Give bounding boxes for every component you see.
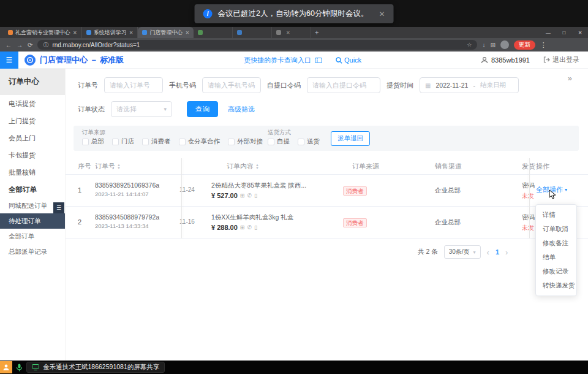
sort-desc-icon[interactable]: ▼ xyxy=(117,167,121,170)
page-size-value: 30条/页 xyxy=(449,248,470,256)
page-size-select[interactable]: 30条/页 ▾ xyxy=(444,245,481,259)
sidebar-subitem-pending-orders[interactable]: 待处理订单 xyxy=(0,213,65,229)
all-actions-dropdown[interactable]: 全部操作 ▾ xyxy=(536,185,567,194)
order-source-options: 总部 门店 消费者 仓分享合作 外部对接 xyxy=(82,137,263,146)
browser-tab-3-active[interactable]: 门店管理中心 ✕ xyxy=(138,27,194,38)
order-status-select[interactable]: 请选择 ▾ xyxy=(111,101,172,117)
table-row[interactable]: 2 83859345088979792a 2023-11-13 14:33:34… xyxy=(66,207,588,239)
browser-tab-strip: 礼盒营销专业管理中心 ✕ 系统培训学习 ✕ 门店管理中心 ✕ ✕ + — xyxy=(0,27,588,38)
pickup-date-range[interactable]: ▦ 2022-11-21 - 结束日期 xyxy=(420,77,519,93)
order-no-input[interactable] xyxy=(104,77,163,93)
tab-close-icon[interactable]: ✕ xyxy=(129,30,134,36)
menu-item-edit-note[interactable]: 修改备注 xyxy=(536,236,576,250)
sidebar-item-phone-pickup[interactable]: 电话提货 xyxy=(0,95,65,112)
checkbox-hq[interactable]: 总部 xyxy=(82,137,104,146)
download-icon[interactable]: ↓ xyxy=(482,42,485,48)
extensions-icon[interactable]: ⊞ xyxy=(490,42,495,48)
header-order-content[interactable]: 订单内容 ▲▼ xyxy=(227,158,259,175)
checkbox-warehouse-share[interactable]: 仓分享合作 xyxy=(179,137,221,146)
browser-tab-1[interactable]: 礼盒营销专业管理中心 ✕ xyxy=(4,27,82,38)
tab-close-icon[interactable]: ✕ xyxy=(73,30,77,36)
site-info-icon[interactable]: ⓘ xyxy=(43,41,48,49)
browser-profile-avatar[interactable] xyxy=(500,40,509,49)
coupon-query-link[interactable]: 更快捷的券卡查询入口 xyxy=(244,56,311,65)
dispatch-return-button[interactable]: 派单退回 xyxy=(331,131,370,146)
advanced-filter-link[interactable]: 高级筛选 xyxy=(228,105,255,114)
sidebar-collapse-toggle[interactable]: ☰ xyxy=(53,202,64,213)
browser-update-button[interactable]: 更新 xyxy=(514,40,535,50)
checkbox-external[interactable]: 外部对接 xyxy=(228,137,263,146)
browser-menu-icon[interactable]: ⋮ xyxy=(540,41,547,49)
checkbox-consumer[interactable]: 消费者 xyxy=(142,137,171,146)
address-bar[interactable]: ⓘ rnd.maboy.cn/AllOrder?status=1 ☆ xyxy=(37,40,477,50)
forward-icon[interactable]: → xyxy=(17,42,23,48)
phone-input[interactable] xyxy=(202,77,261,93)
browser-tab-6[interactable]: ✕ xyxy=(272,27,311,38)
checkbox-icon[interactable] xyxy=(228,139,235,145)
tab-favicon xyxy=(276,30,281,35)
menu-item-cancel-order[interactable]: 订单取消 xyxy=(536,222,576,236)
window-minimize-button[interactable]: — xyxy=(540,27,556,38)
shipping-line-2: 未发 xyxy=(522,192,535,200)
toast-close-icon[interactable]: ✕ xyxy=(379,10,385,18)
tab-favicon xyxy=(8,30,13,35)
checkbox-icon[interactable] xyxy=(82,139,89,145)
date-start-value[interactable]: 2022-11-21 xyxy=(435,82,468,89)
screen-share-chip[interactable]: 金禾通技术王斌18662591081的屏幕共享 xyxy=(26,362,165,373)
sidebar-group-all-orders[interactable]: 全部订单 xyxy=(0,181,65,198)
menu-item-close-order[interactable]: 结单 xyxy=(536,250,576,264)
prev-page-button[interactable]: ‹ xyxy=(487,248,489,257)
browser-tab-5[interactable] xyxy=(233,27,272,38)
tab-close-icon[interactable]: ✕ xyxy=(185,30,189,36)
sidebar-subitem-all-orders[interactable]: 全部订单 xyxy=(0,229,65,244)
order-source-panel: 订单来源 送货方式 总部 门店 消费者 仓分享合作 外部对接 自提 送货 派单退… xyxy=(74,126,579,151)
browser-tab-4[interactable] xyxy=(194,27,233,38)
url-text[interactable]: rnd.maboy.cn/AllOrder?status=1 xyxy=(52,42,140,48)
sidebar: 订单中心 电话提货 上门提货 会员上门 卡包提货 批量核销 全部订单 同城配送订… xyxy=(0,69,66,361)
window-close-button[interactable]: ✕ xyxy=(572,27,588,38)
new-tab-button[interactable]: + xyxy=(311,27,322,38)
back-icon[interactable]: ← xyxy=(6,42,12,48)
checkbox-icon[interactable] xyxy=(298,139,304,145)
pickup-code-input[interactable] xyxy=(307,77,380,93)
table-row[interactable]: 1 83859389251069376a 2023-11-21 14:14:07… xyxy=(66,175,588,207)
quick-search[interactable]: Quick xyxy=(336,56,361,64)
browser-tab-2[interactable]: 系统培训学习 ✕ xyxy=(82,27,138,38)
panel-collapse-icon[interactable]: » xyxy=(568,74,572,83)
order-source-label: 订单来源 xyxy=(82,129,105,137)
page-number-1[interactable]: 1 xyxy=(496,248,499,256)
logout-button[interactable]: 退出登录 xyxy=(543,55,579,64)
search-button[interactable]: 查询 xyxy=(187,101,218,117)
sidebar-item-member-visit[interactable]: 会员上门 xyxy=(0,129,65,147)
checkbox-self-pickup[interactable]: 自提 xyxy=(268,137,290,146)
checkbox-icon[interactable] xyxy=(112,139,119,145)
delivery-method-options: 自提 送货 xyxy=(268,137,320,146)
sort-icons[interactable]: ▲▼ xyxy=(117,164,121,170)
tab-close-icon[interactable]: ✕ xyxy=(286,30,290,36)
sidebar-item-card-pickup[interactable]: 卡包提货 xyxy=(0,147,65,164)
menu-item-edit-history[interactable]: 修改记录 xyxy=(536,264,576,278)
checkbox-icon[interactable] xyxy=(268,139,274,145)
next-page-button[interactable]: › xyxy=(505,248,508,257)
checkbox-icon[interactable] xyxy=(142,139,149,145)
app-menu-toggle[interactable]: ☰ xyxy=(0,52,18,69)
header-order-no[interactable]: 订单号 ▲▼ xyxy=(95,158,121,175)
sidebar-subitem-hq-dispatch-log[interactable]: 总部派单记录 xyxy=(0,244,65,259)
checkbox-store[interactable]: 门店 xyxy=(112,137,134,146)
sort-icons[interactable]: ▲▼ xyxy=(255,164,259,170)
reload-icon[interactable]: ⟳ xyxy=(28,42,32,48)
checkbox-delivery[interactable]: 送货 xyxy=(298,137,320,146)
bookmark-star-icon[interactable]: ☆ xyxy=(467,42,472,48)
menu-item-express-ship[interactable]: 转快递发货 xyxy=(536,278,576,292)
checkbox-icon[interactable] xyxy=(179,139,186,145)
sidebar-item-door-pickup[interactable]: 上门提货 xyxy=(0,112,65,129)
menu-item-detail[interactable]: 详情 xyxy=(536,208,576,222)
order-time: 2023-11-13 14:33:34 xyxy=(95,223,159,229)
header-sales-channel: 销售渠道 xyxy=(435,158,462,175)
sort-desc-icon[interactable]: ▼ xyxy=(255,167,259,170)
actions-context-menu: 详情 订单取消 修改备注 结单 修改记录 转快递发货 xyxy=(535,204,577,296)
sidebar-item-batch-verify[interactable]: 批量核销 xyxy=(0,164,65,181)
window-maximize-button[interactable]: □ xyxy=(556,27,572,38)
username[interactable]: 8385wb1991 xyxy=(491,56,530,64)
date-end-placeholder[interactable]: 结束日期 xyxy=(480,81,506,90)
